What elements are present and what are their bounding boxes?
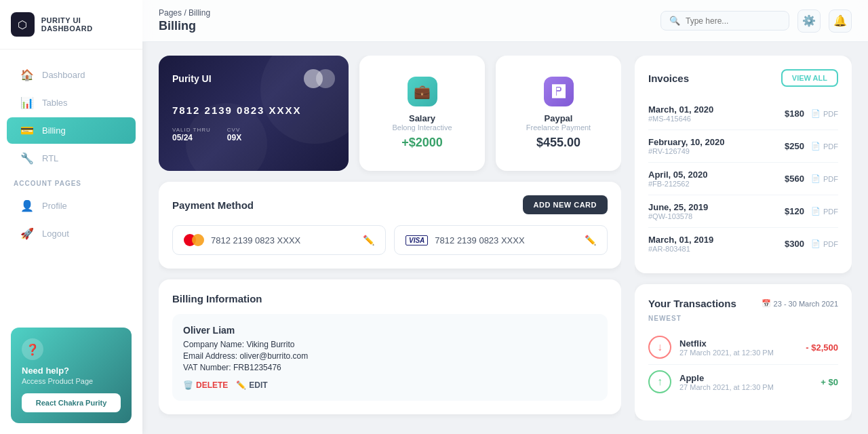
sidebar-item-label: Dashboard xyxy=(42,70,85,80)
billing-info-content: Oliver Liam Company Name: Viking Burrito… xyxy=(172,314,608,401)
pdf-link-0[interactable]: 📄 PDF xyxy=(811,109,838,118)
sidebar-logo: ⬡ PURITY UI DASHBOARD xyxy=(0,0,142,50)
cvv-label: CVV xyxy=(227,127,241,133)
sidebar-item-rtl[interactable]: 🔧 RTL xyxy=(7,145,136,172)
card-logo-circles xyxy=(304,69,335,88)
sidebar: ⬡ PURITY UI DASHBOARD 🏠 Dashboard 📊 Tabl… xyxy=(0,0,142,434)
invoice-date-0: March, 01, 2020 xyxy=(648,104,713,115)
logout-icon: 🚀 xyxy=(20,227,34,240)
invoice-id-3: #QW-103578 xyxy=(648,212,708,220)
help-card-title: Need help? xyxy=(22,366,121,376)
card-brand: Purity UI xyxy=(172,73,212,84)
breadcrumb: Pages / Billing xyxy=(159,8,210,18)
visa-edit-icon[interactable]: ✏️ xyxy=(585,235,596,245)
cvv-value: 09X xyxy=(227,133,241,142)
invoice-id-0: #MS-415646 xyxy=(648,115,713,123)
profile-icon: 👤 xyxy=(20,199,34,212)
invoice-amount-3: $120 xyxy=(785,206,804,216)
pdf-link-2[interactable]: 📄 PDF xyxy=(811,174,838,183)
sidebar-item-tables[interactable]: 📊 Tables xyxy=(7,90,136,116)
apple-tx-amount: + $0 xyxy=(821,377,838,387)
invoice-right-2: $560 📄 PDF xyxy=(785,174,838,184)
search-box[interactable]: 🔍 xyxy=(660,11,789,31)
invoice-row-2: April, 05, 2020 #FB-212562 $560 📄 PDF xyxy=(648,163,838,195)
invoice-info-4: March, 01, 2019 #AR-803481 xyxy=(648,235,713,253)
transactions-header: Your Transactions 📅 23 - 30 March 2021 xyxy=(648,298,838,309)
sidebar-item-dashboard[interactable]: 🏠 Dashboard xyxy=(7,62,136,88)
paypal-stat-card: 🅿 Paypal Freelance Payment $455.00 xyxy=(496,56,621,171)
visa-logo: VISA xyxy=(406,235,428,245)
right-column: Invoices VIEW ALL March, 01, 2020 #MS-41… xyxy=(635,56,852,420)
edit-button[interactable]: ✏️ EDIT xyxy=(236,380,267,390)
pdf-link-4[interactable]: 📄 PDF xyxy=(811,239,838,248)
mc-card-number: 7812 2139 0823 XXXX xyxy=(211,235,356,245)
card-valid: VALID THRU 05/24 xyxy=(172,127,211,142)
pdf-link-1[interactable]: 📄 PDF xyxy=(811,142,838,151)
paypal-icon: 🅿 xyxy=(544,77,574,106)
header-left: Pages / Billing Billing xyxy=(159,8,210,33)
notifications-button[interactable]: 🔔 xyxy=(829,9,852,33)
help-card-subtitle: Access Product Page xyxy=(22,377,121,385)
invoice-row-3: June, 25, 2019 #QW-103578 $120 📄 PDF xyxy=(648,195,838,228)
invoice-date-1: February, 10, 2020 xyxy=(648,137,725,147)
header-right: 🔍 ⚙️ 🔔 xyxy=(660,9,852,33)
invoice-date-3: June, 25, 2019 xyxy=(648,202,708,212)
invoice-amount-1: $250 xyxy=(785,141,804,151)
invoice-amount-4: $300 xyxy=(785,239,804,249)
help-card-button[interactable]: React Chakra Purity xyxy=(22,393,121,412)
visa-card-number: 7812 2139 0823 XXXX xyxy=(435,235,578,245)
netflix-tx-info: Netflix 27 March 2021, at 12:30 PM xyxy=(679,338,797,357)
apple-tx-icon: ↑ xyxy=(648,370,671,393)
netflix-tx-name: Netflix xyxy=(679,338,797,349)
billing-actions: 🗑️ DELETE ✏️ EDIT xyxy=(183,380,597,390)
invoices-title: Invoices xyxy=(648,73,689,84)
sidebar-item-label: RTL xyxy=(42,153,58,163)
left-column: Purity UI 7812 2139 0823 XXXX VALID THRU… xyxy=(159,56,621,420)
payment-method-header: Payment Method ADD NEW CARD xyxy=(172,195,608,214)
invoice-row-0: March, 01, 2020 #MS-415646 $180 📄 PDF xyxy=(648,98,838,130)
main-area: Pages / Billing Billing 🔍 ⚙️ 🔔 Pur xyxy=(142,0,868,434)
payment-method-title: Payment Method xyxy=(172,199,254,211)
sidebar-item-logout[interactable]: 🚀 Logout xyxy=(7,220,136,247)
billing-info-card: Billing Information Oliver Liam Company … xyxy=(159,279,621,414)
content-area: Purity UI 7812 2139 0823 XXXX VALID THRU… xyxy=(142,42,868,434)
salary-icon: 💼 xyxy=(408,77,437,106)
account-section-label: ACCOUNT PAGES xyxy=(0,173,142,191)
mc-edit-icon[interactable]: ✏️ xyxy=(363,235,374,245)
transaction-row-netflix: ↓ Netflix 27 March 2021, at 12:30 PM - $… xyxy=(648,330,838,365)
settings-button[interactable]: ⚙️ xyxy=(797,9,821,33)
search-icon: 🔍 xyxy=(669,16,680,26)
sidebar-item-label: Logout xyxy=(42,229,69,239)
page-header: Pages / Billing Billing 🔍 ⚙️ 🔔 xyxy=(142,0,868,42)
card-number: 7812 2139 0823 XXXX xyxy=(172,104,335,116)
salary-stat-card: 💼 Salary Belong Interactive +$2000 xyxy=(359,56,485,171)
invoice-date-2: April, 05, 2020 xyxy=(648,170,707,180)
billing-company: Company Name: Viking Burrito xyxy=(183,340,597,349)
view-all-button[interactable]: VIEW ALL xyxy=(781,69,838,87)
rtl-icon: 🔧 xyxy=(20,152,34,165)
pdf-link-3[interactable]: 📄 PDF xyxy=(811,207,838,216)
netflix-tx-date: 27 March 2021, at 12:30 PM xyxy=(679,349,797,357)
card-header: Purity UI xyxy=(172,69,335,88)
invoice-right-0: $180 📄 PDF xyxy=(785,108,838,119)
payment-method-card: Payment Method ADD NEW CARD 7812 2139 08… xyxy=(159,182,621,269)
email-label: Email Address: xyxy=(183,351,237,361)
search-input[interactable] xyxy=(686,16,781,26)
transactions-card: Your Transactions 📅 23 - 30 March 2021 N… xyxy=(635,284,852,420)
sidebar-item-billing[interactable]: 💳 Billing xyxy=(7,117,136,144)
invoice-amount-0: $180 xyxy=(785,108,804,119)
billing-vat: VAT Number: FRB1235476 xyxy=(183,363,597,372)
help-card: ❓ Need help? Access Product Page React C… xyxy=(11,328,132,423)
billing-name: Oliver Liam xyxy=(183,325,597,336)
valid-thru-value: 05/24 xyxy=(172,133,211,142)
sidebar-nav: 🏠 Dashboard 📊 Tables 💳 Billing 🔧 RTL ACC… xyxy=(0,50,142,317)
email-value: oliver@burrito.com xyxy=(239,351,308,361)
delete-button[interactable]: 🗑️ DELETE xyxy=(183,380,228,390)
mastercard-logo xyxy=(184,234,204,246)
payment-card-mastercard: 7812 2139 0823 XXXX ✏️ xyxy=(172,225,386,255)
billing-email: Email Address: oliver@burrito.com xyxy=(183,351,597,361)
sidebar-item-profile[interactable]: 👤 Profile xyxy=(7,193,136,219)
paypal-label: Paypal xyxy=(545,113,573,123)
invoice-info-1: February, 10, 2020 #RV-126749 xyxy=(648,137,725,155)
add-new-card-button[interactable]: ADD NEW CARD xyxy=(523,195,608,214)
